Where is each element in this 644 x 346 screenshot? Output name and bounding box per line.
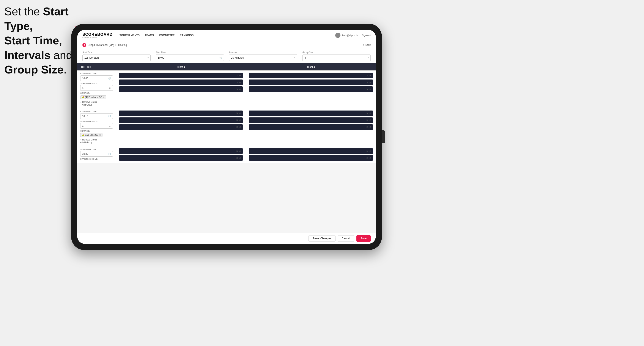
close-icon[interactable]: ✕ [366, 81, 368, 84]
spin-arrows-icon-2: ▲▼ [109, 124, 111, 128]
team2-col-1: ✕ ⊕ ✕ ⊕ ✕ ⊕ [246, 70, 376, 108]
close-icon[interactable]: ✕ [236, 74, 238, 77]
add-group-link-2[interactable]: + Add Group [80, 141, 113, 144]
player-slot[interactable]: ✕ ⊕ [249, 124, 373, 130]
starting-time-input-3[interactable]: 10:20 🕙 [80, 151, 113, 157]
expand-icon[interactable]: ⊕ [369, 74, 371, 77]
close-icon[interactable]: ✕ [366, 74, 368, 77]
player-slot[interactable]: ✕ ⊕ [249, 73, 373, 78]
player-slot[interactable]: ✕ ⊕ [119, 155, 243, 161]
expand-icon[interactable]: ⊕ [239, 112, 241, 114]
starting-time-label-2: STARTING TIME: [80, 111, 113, 113]
team2-col-3: ✕ ⊕ ✕ ⊕ [246, 146, 376, 163]
expand-icon[interactable]: ⊕ [239, 119, 241, 121]
course-tag-2: ⛳ East Lake GC ✕ [80, 133, 102, 137]
close-icon[interactable]: ✕ [236, 150, 238, 152]
player-slot[interactable]: ✕ ⊕ [119, 73, 243, 78]
player-slot[interactable]: ✕ ⊕ [119, 124, 243, 130]
intervals-select[interactable]: 10 Minutes ▾ [229, 54, 297, 61]
expand-icon[interactable]: ⊕ [369, 119, 371, 121]
expand-icon[interactable]: ⊕ [369, 81, 371, 84]
starting-time-input-2[interactable]: 10:10 🕙 [80, 113, 113, 119]
player-slot[interactable]: ✕ ⊕ [249, 111, 373, 116]
navbar-left: SCOREBOARD Powered by clipp.io TOURNAMEN… [82, 32, 194, 38]
team1-col-2: ✕ ⊕ ✕ ⊕ ✕ ⊕ [116, 108, 246, 146]
player-slot[interactable]: ✕ ⊕ [249, 117, 373, 123]
close-icon[interactable]: ✕ [366, 157, 368, 159]
nav-tournaments[interactable]: TOURNAMENTS [120, 33, 140, 38]
remove-group-link-2[interactable]: ○ Remove Group [80, 139, 113, 141]
nav-teams[interactable]: TEAMS [145, 33, 154, 38]
sign-out-link[interactable]: Sign out [362, 34, 371, 37]
expand-icon[interactable]: ⊕ [369, 150, 371, 152]
expand-icon[interactable]: ⊕ [239, 150, 241, 152]
clock-icon-3: 🕙 [108, 153, 111, 155]
close-icon[interactable]: ✕ [236, 126, 238, 128]
player-slot[interactable]: ✕ ⊕ [119, 148, 243, 154]
expand-icon[interactable]: ⊕ [239, 74, 241, 77]
team1-col-3: ✕ ⊕ ✕ ⊕ [116, 146, 246, 163]
back-button[interactable]: < Back [363, 43, 371, 46]
close-icon[interactable]: ✕ [366, 112, 368, 114]
start-type-group: Start Type 1st Tee Start ▾ [82, 51, 150, 61]
clock-icon-1: 🕙 [108, 77, 111, 79]
player-slot[interactable]: ✕ ⊕ [249, 148, 373, 154]
close-icon[interactable]: ✕ [236, 88, 238, 90]
navbar-right: blair@clippd.io | Sign out [335, 33, 371, 38]
close-icon[interactable]: ✕ [366, 88, 368, 90]
course-name-1: (A) Peachtree GC [85, 96, 102, 98]
starting-time-input-1[interactable]: 10:00 🕙 [80, 75, 113, 81]
nav-committee[interactable]: COMMITTEE [159, 33, 174, 38]
breadcrumb-bar: C Clippd Invitational (Me) > Hosting < B… [77, 41, 376, 49]
expand-icon[interactable]: ⊕ [239, 126, 241, 128]
expand-icon[interactable]: ⊕ [239, 157, 241, 159]
player-slot[interactable]: ✕ ⊕ [119, 86, 243, 92]
cancel-button[interactable]: Cancel [338, 235, 354, 242]
player-slot[interactable]: ✕ ⊕ [249, 86, 373, 92]
close-icon[interactable]: ✕ [236, 112, 238, 114]
nav-links: TOURNAMENTS TEAMS COMMITTEE RANKINGS [120, 33, 194, 38]
navbar: SCOREBOARD Powered by clipp.io TOURNAMEN… [77, 30, 376, 41]
table-row: STARTING TIME: 10:20 🕙 STARTING HOLE: ✕ … [77, 146, 376, 163]
player-slot[interactable]: ✕ ⊕ [119, 117, 243, 123]
start-time-select[interactable]: 10:00 🕙 [156, 54, 224, 61]
player-slot[interactable]: ✕ ⊕ [119, 111, 243, 116]
expand-icon[interactable]: ⊕ [369, 157, 371, 159]
col-tee-time: Tee Time [77, 63, 116, 70]
starting-time-label-1: STARTING TIME: [80, 73, 113, 75]
player-slot[interactable]: ✕ ⊕ [249, 155, 373, 161]
user-email: blair@clippd.io [342, 34, 358, 37]
save-button[interactable]: Save [356, 235, 371, 242]
starting-hole-input-2[interactable]: 1 ▲▼ [80, 123, 113, 129]
player-slot[interactable]: ✕ ⊕ [249, 79, 373, 85]
breadcrumb-section: Hosting [118, 43, 127, 46]
expand-icon[interactable]: ⊕ [369, 88, 371, 90]
close-icon[interactable]: ✕ [236, 119, 238, 121]
expand-icon[interactable]: ⊕ [369, 126, 371, 128]
expand-icon[interactable]: ⊕ [369, 112, 371, 114]
add-group-link-1[interactable]: + Add Group [80, 104, 113, 106]
close-icon[interactable]: ✕ [236, 81, 238, 84]
tournament-name[interactable]: Clippd Invitational (Me) [88, 43, 114, 46]
expand-icon[interactable]: ⊕ [239, 81, 241, 84]
player-slot[interactable]: ✕ ⊕ [119, 79, 243, 85]
remove-group-link-1[interactable]: ○ Remove Group [80, 101, 113, 103]
course-label-1: COURSE: [80, 92, 113, 94]
remove-course-icon[interactable]: ✕ [103, 96, 105, 98]
group-size-select[interactable]: 3 ▾ [302, 54, 371, 61]
remove-course-icon-2[interactable]: ✕ [99, 134, 101, 136]
circle-icon-2: ○ [80, 139, 82, 141]
close-icon[interactable]: ✕ [366, 150, 368, 152]
chevron-down-icon: ▾ [148, 57, 149, 59]
golf-icon-2: ⛳ [82, 134, 84, 136]
close-icon[interactable]: ✕ [236, 157, 238, 159]
close-icon[interactable]: ✕ [366, 119, 368, 121]
start-type-select[interactable]: 1st Tee Start ▾ [82, 54, 150, 61]
reset-changes-button[interactable]: Reset Changes [308, 235, 336, 242]
close-icon[interactable]: ✕ [366, 126, 368, 128]
nav-rankings[interactable]: RANKINGS [180, 33, 194, 38]
starting-hole-label-1: STARTING HOLE: [80, 82, 113, 84]
starting-hole-input-1[interactable]: 1 ▲▼ [80, 85, 113, 91]
expand-icon[interactable]: ⊕ [239, 88, 241, 90]
intervals-group: Intervals 10 Minutes ▾ [229, 51, 297, 61]
